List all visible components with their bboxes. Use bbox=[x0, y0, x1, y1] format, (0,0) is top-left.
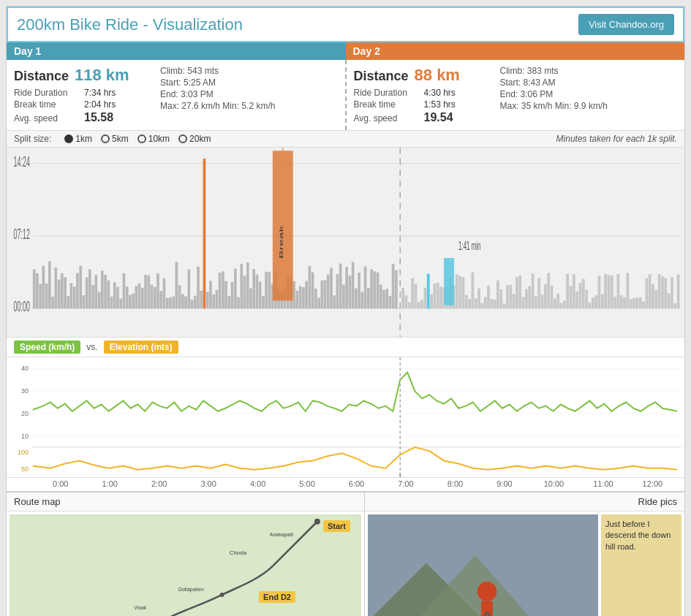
map-container: Choda Anakapalli Gollapalem Visak Bheemu… bbox=[10, 514, 361, 616]
svg-rect-164 bbox=[528, 286, 531, 308]
svg-rect-194 bbox=[623, 297, 626, 308]
day2-ride-duration-val: 4:30 hrs bbox=[424, 88, 456, 98]
svg-rect-170 bbox=[547, 273, 550, 309]
svg-rect-55 bbox=[184, 297, 187, 309]
svg-rect-22 bbox=[83, 295, 86, 308]
svg-rect-171 bbox=[551, 286, 554, 308]
day1-max-min: Max: 27.6 km/h Min: 5.2 km/h bbox=[160, 101, 275, 111]
day1-distance-value: 118 km bbox=[75, 66, 129, 85]
bar-chart-area: 14:24 07:12 00:00 Break 11:24 min 1:41 m… bbox=[7, 148, 684, 338]
svg-rect-217 bbox=[444, 258, 454, 305]
svg-rect-133 bbox=[430, 294, 433, 309]
day2-break-time-key: Break time bbox=[354, 99, 420, 110]
svg-rect-79 bbox=[259, 281, 262, 308]
svg-rect-53 bbox=[178, 285, 181, 308]
svg-rect-15 bbox=[61, 273, 64, 308]
svg-rect-123 bbox=[395, 270, 398, 308]
svg-rect-66 bbox=[219, 273, 222, 308]
svg-rect-8 bbox=[39, 284, 42, 308]
svg-rect-80 bbox=[262, 296, 265, 308]
day1-ride-duration-key: Ride Duration bbox=[14, 88, 80, 98]
svg-rect-20 bbox=[76, 273, 79, 309]
split-1km[interactable]: 1km bbox=[64, 134, 92, 144]
svg-rect-33 bbox=[116, 287, 119, 308]
speed-legend: Speed (km/h) bbox=[14, 341, 80, 354]
svg-rect-116 bbox=[373, 271, 376, 308]
svg-rect-90 bbox=[292, 281, 295, 308]
time-11: 11:00 bbox=[578, 479, 627, 488]
svg-rect-91 bbox=[296, 291, 299, 308]
split-20km[interactable]: 20km bbox=[178, 134, 211, 144]
ride-pics-header: Ride pics bbox=[365, 493, 684, 512]
svg-rect-24 bbox=[88, 270, 91, 309]
svg-rect-54 bbox=[181, 294, 184, 308]
split-right-label: Minutes taken for each 1k split. bbox=[556, 134, 677, 144]
time-8: 8:00 bbox=[431, 479, 480, 488]
svg-rect-118 bbox=[380, 285, 382, 309]
svg-rect-25 bbox=[91, 285, 94, 308]
speed-elev-chart: 40 30 20 10 100 50 bbox=[7, 357, 684, 478]
svg-rect-99 bbox=[321, 281, 324, 308]
svg-rect-112 bbox=[361, 292, 364, 308]
svg-rect-11 bbox=[48, 262, 51, 308]
svg-rect-121 bbox=[389, 296, 392, 308]
svg-text:Visak: Visak bbox=[134, 605, 146, 610]
svg-rect-51 bbox=[172, 297, 175, 309]
svg-rect-127 bbox=[411, 278, 414, 308]
svg-text:07:12: 07:12 bbox=[13, 226, 29, 242]
svg-rect-6 bbox=[33, 269, 36, 308]
svg-rect-166 bbox=[535, 297, 537, 309]
svg-text:30: 30 bbox=[21, 387, 29, 395]
svg-text:14:24: 14:24 bbox=[13, 153, 29, 170]
split-radio-group[interactable]: 1km 5km 10km 20km bbox=[64, 134, 211, 144]
svg-rect-81 bbox=[265, 272, 268, 308]
svg-rect-63 bbox=[209, 281, 212, 308]
route-map-header: Route map bbox=[7, 493, 364, 512]
svg-rect-107 bbox=[345, 267, 348, 308]
svg-rect-200 bbox=[642, 302, 645, 308]
svg-rect-147 bbox=[475, 298, 477, 308]
svg-rect-28 bbox=[101, 271, 104, 309]
svg-rect-169 bbox=[544, 284, 547, 308]
svg-rect-57 bbox=[191, 300, 194, 308]
time-7: 7:00 bbox=[381, 479, 430, 488]
svg-rect-190 bbox=[611, 275, 613, 308]
day1-header: Day 1 bbox=[7, 42, 346, 60]
svg-rect-132 bbox=[427, 274, 430, 308]
svg-text:10: 10 bbox=[21, 433, 29, 440]
svg-rect-38 bbox=[132, 294, 135, 308]
visit-chandoo-button[interactable]: Visit Chandoo.org bbox=[578, 14, 674, 35]
svg-rect-60 bbox=[200, 291, 203, 308]
svg-rect-64 bbox=[212, 294, 215, 308]
svg-rect-208 bbox=[668, 293, 671, 308]
svg-rect-102 bbox=[330, 267, 333, 308]
svg-point-250 bbox=[477, 582, 497, 601]
svg-rect-117 bbox=[377, 273, 380, 308]
day2-ride-duration-key: Ride Duration bbox=[354, 88, 420, 98]
day1-stats: Distance 118 km Ride Duration 7:34 hrs B… bbox=[7, 60, 347, 130]
svg-rect-26 bbox=[95, 275, 98, 308]
start-label: Start bbox=[323, 520, 350, 532]
svg-rect-74 bbox=[243, 275, 246, 308]
svg-rect-48 bbox=[163, 278, 166, 308]
svg-rect-149 bbox=[480, 303, 483, 309]
svg-rect-128 bbox=[415, 284, 418, 308]
svg-rect-45 bbox=[154, 287, 156, 308]
split-5km[interactable]: 5km bbox=[101, 134, 129, 144]
legend-row: Speed (km/h) vs. Elevation (mts) bbox=[7, 338, 684, 357]
svg-rect-197 bbox=[633, 298, 635, 308]
svg-rect-124 bbox=[401, 288, 404, 308]
svg-rect-155 bbox=[499, 289, 502, 308]
day1-avg-speed-key: Avg. speed bbox=[14, 113, 80, 123]
svg-rect-181 bbox=[582, 279, 585, 308]
route-map-section: Route map Choda Anakapa bbox=[7, 493, 365, 616]
day2-avg-speed-val: 19.54 bbox=[424, 111, 453, 124]
svg-rect-157 bbox=[506, 285, 509, 308]
split-10km[interactable]: 10km bbox=[137, 134, 170, 144]
svg-rect-110 bbox=[355, 289, 358, 309]
svg-rect-105 bbox=[339, 264, 342, 309]
svg-rect-37 bbox=[129, 295, 132, 309]
time-2: 2:00 bbox=[135, 479, 184, 488]
svg-rect-108 bbox=[349, 275, 352, 308]
bottom-row: Route map Choda Anakapa bbox=[7, 493, 684, 616]
